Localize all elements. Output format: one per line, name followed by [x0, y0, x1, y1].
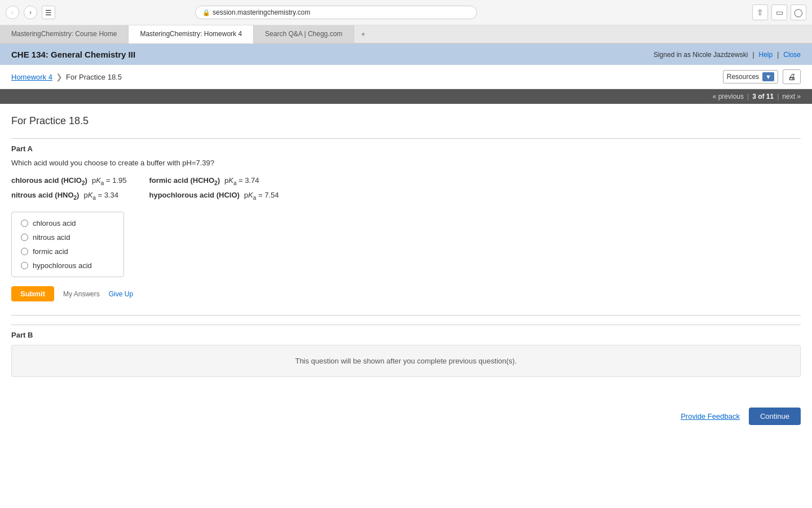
acid-row-hypochlorous: hypochlorous acid (HClO) pKa = 7.54: [149, 191, 279, 201]
acid-group-right: formic acid (HCHO2) pKa = 3.74 hypochlor…: [149, 176, 279, 200]
hypochlorous-pka: pKa = 7.54: [244, 191, 279, 201]
give-up-link[interactable]: Give Up: [109, 290, 133, 298]
option-chlorous-label: chlorous acid: [33, 219, 76, 227]
part-a-question: Which acid would you choose to create a …: [11, 159, 801, 167]
acid-row-formic: formic acid (HCHO2) pKa = 3.74: [149, 176, 279, 186]
radio-nitrous[interactable]: [21, 234, 28, 241]
tab-homework4[interactable]: MasteringChemistry: Homework 4: [129, 25, 254, 43]
option-hypochlorous[interactable]: hypochlorous acid: [21, 261, 114, 270]
duplicate-button[interactable]: ▭: [771, 5, 787, 20]
url-text: session.masteringchemistry.com: [213, 8, 310, 16]
tab-add-button[interactable]: +: [354, 25, 372, 43]
submit-button[interactable]: Submit: [11, 286, 54, 301]
header-sep1: |: [752, 51, 754, 59]
divider: [11, 315, 801, 316]
resources-label: Resources: [727, 73, 759, 81]
resources-dropdown[interactable]: Resources ▼: [723, 70, 778, 84]
breadcrumb-right: Resources ▼ 🖨: [723, 69, 801, 84]
part-b-section: Part B This question will be shown after…: [11, 325, 801, 377]
part-b-placeholder-text: This question will be shown after you co…: [295, 357, 517, 365]
nitrous-acid-name: nitrous acid (HNO2): [11, 191, 79, 201]
options-box: chlorous acid nitrous acid formic acid h…: [11, 212, 124, 277]
breadcrumb-current: For Practice 18.5: [66, 73, 122, 81]
radio-formic[interactable]: [21, 248, 28, 255]
signed-in-text: Signed in as Nicole Jazdzewski: [654, 51, 748, 59]
continue-button[interactable]: Continue: [749, 408, 801, 425]
print-button[interactable]: 🖨: [783, 69, 801, 84]
app-title: CHE 134: General Chemistry III: [11, 50, 135, 59]
option-nitrous-label: nitrous acid: [33, 233, 70, 242]
forward-button[interactable]: ›: [24, 6, 37, 19]
sidebar-toggle-button[interactable]: ☰: [42, 6, 55, 19]
help-link[interactable]: Help: [759, 51, 773, 59]
back-button[interactable]: ‹: [6, 6, 19, 19]
nav-sep2: |: [777, 93, 779, 100]
homework-breadcrumb-link[interactable]: Homework 4: [11, 73, 52, 81]
header-sep2: |: [777, 51, 779, 59]
browser-tabs: MasteringChemistry: Course Home Masterin…: [0, 25, 812, 43]
option-nitrous[interactable]: nitrous acid: [21, 233, 114, 242]
option-hypochlorous-label: hypochlorous acid: [33, 261, 92, 270]
tab-chegg[interactable]: Search Q&A | Chegg.com: [254, 25, 354, 43]
chlorous-acid-name: chlorous acid (HClO2): [11, 176, 87, 186]
toolbar-actions: ⇧ ▭ ◯: [752, 5, 806, 20]
nitrous-pka: pKa = 3.34: [83, 191, 118, 201]
nav-sep1: |: [747, 93, 749, 100]
chlorous-pka: pKa = 1.95: [92, 176, 127, 186]
main-content: For Practice 18.5 Part A Which acid woul…: [0, 104, 812, 402]
close-link[interactable]: Close: [783, 51, 801, 59]
browser-chrome: ‹ › ☰ 🔒 session.masteringchemistry.com ⇧…: [0, 0, 812, 44]
nav-bar: « previous | 3 of 11 | next »: [0, 89, 812, 104]
part-a-label: Part A: [11, 138, 801, 153]
nav-counter: 3 of 11: [752, 93, 774, 100]
my-answers-text: My Answers: [63, 290, 100, 298]
profile-button[interactable]: ◯: [791, 5, 806, 20]
acid-row-nitrous: nitrous acid (HNO2) pKa = 3.34: [11, 191, 126, 201]
breadcrumb-bar: Homework 4 ❯ For Practice 18.5 Resources…: [0, 65, 812, 89]
option-formic[interactable]: formic acid: [21, 247, 114, 256]
part-b-label: Part B: [11, 325, 801, 339]
submit-area: Submit My Answers Give Up: [11, 286, 801, 301]
lock-icon: 🔒: [202, 9, 210, 16]
option-formic-label: formic acid: [33, 247, 68, 256]
page-title: For Practice 18.5: [11, 115, 801, 127]
address-bar[interactable]: 🔒 session.masteringchemistry.com: [195, 6, 477, 19]
chevron-down-icon: ▼: [762, 72, 774, 81]
acid-group-left: chlorous acid (HClO2) pKa = 1.95 nitrous…: [11, 176, 126, 200]
option-chlorous[interactable]: chlorous acid: [21, 219, 114, 227]
part-b-placeholder: This question will be shown after you co…: [11, 345, 801, 377]
tab-course-home[interactable]: MasteringChemistry: Course Home: [0, 25, 129, 43]
radio-hypochlorous[interactable]: [21, 262, 28, 269]
browser-toolbar: ‹ › ☰ 🔒 session.masteringchemistry.com ⇧…: [0, 0, 812, 25]
formic-pka: pKa = 3.74: [224, 176, 259, 186]
formic-acid-name: formic acid (HCHO2): [149, 176, 219, 186]
share-button[interactable]: ⇧: [752, 5, 768, 20]
previous-link[interactable]: « previous: [713, 93, 744, 100]
app-header: CHE 134: General Chemistry III Signed in…: [0, 44, 812, 65]
app-header-right: Signed in as Nicole Jazdzewski | Help | …: [654, 51, 801, 59]
breadcrumb-separator: ❯: [56, 72, 63, 81]
provide-feedback-link[interactable]: Provide Feedback: [681, 412, 740, 421]
acids-table: chlorous acid (HClO2) pKa = 1.95 nitrous…: [11, 176, 801, 200]
acid-row-chlorous: chlorous acid (HClO2) pKa = 1.95: [11, 176, 126, 186]
bottom-actions: Provide Feedback Continue: [0, 402, 812, 431]
radio-chlorous[interactable]: [21, 220, 28, 227]
sidebar-icon: ☰: [45, 8, 52, 17]
next-link[interactable]: next »: [782, 93, 801, 100]
hypochlorous-acid-name: hypochlorous acid (HClO): [149, 191, 239, 199]
part-a-section: Part A Which acid would you choose to cr…: [11, 138, 801, 301]
